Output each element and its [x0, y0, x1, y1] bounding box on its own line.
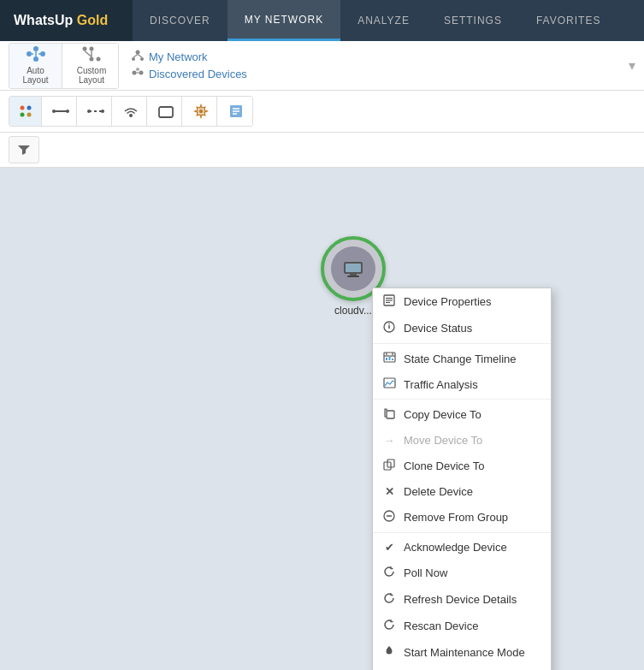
tool-config[interactable] — [185, 97, 217, 126]
ctx-remove-from-group[interactable]: Remove From Group — [373, 504, 551, 531]
copy-device-icon — [381, 407, 397, 422]
svg-point-15 — [140, 57, 144, 61]
tool-note[interactable] — [220, 97, 252, 126]
delete-device-icon: ✕ — [381, 485, 397, 498]
svg-point-14 — [132, 57, 135, 61]
clone-device-to-label: Clone Device To — [404, 460, 484, 472]
nav-my-network[interactable]: MY NETWORK — [227, 0, 340, 41]
nav-discover[interactable]: DISCOVER — [133, 0, 227, 41]
svg-point-19 — [139, 71, 144, 75]
device-status-icon — [381, 321, 397, 335]
tool-line[interactable] — [44, 97, 77, 126]
ctx-sep-1 — [373, 343, 551, 344]
device-status-label: Device Status — [404, 322, 472, 335]
ctx-acknowledge-device[interactable]: ✔ Acknowledge Device — [373, 535, 551, 560]
breadcrumb-my-network[interactable]: My Network — [149, 50, 208, 63]
clone-device-icon — [381, 459, 397, 473]
breadcrumb-bar: AutoLayout CustomLayout My Network Disco… — [0, 41, 644, 91]
ctx-traffic-analysis[interactable]: Traffic Analysis — [373, 371, 551, 397]
tool-wireless[interactable] — [115, 97, 147, 126]
svg-rect-54 — [386, 358, 387, 360]
breadcrumb-chevron: ▾ — [629, 57, 635, 74]
svg-point-0 — [27, 51, 32, 56]
nav-settings[interactable]: SETTINGS — [427, 0, 519, 41]
breadcrumb-discovered-devices[interactable]: Discovered Devices — [149, 68, 247, 80]
device-icon — [341, 258, 365, 279]
svg-point-18 — [133, 71, 137, 75]
svg-point-24 — [20, 113, 24, 117]
svg-line-11 — [85, 51, 92, 57]
tool-dotted-line[interactable] — [80, 97, 112, 126]
start-maintenance-mode-icon — [381, 645, 397, 660]
move-device-icon: → — [381, 434, 397, 447]
svg-point-1 — [33, 46, 38, 51]
remove-from-group-label: Remove From Group — [404, 511, 508, 524]
ctx-device-properties[interactable]: Device Properties — [373, 288, 551, 315]
toolbar-group — [9, 96, 253, 127]
nav-analyze[interactable]: ANALYZE — [340, 0, 427, 41]
svg-point-49 — [388, 323, 390, 325]
toolbar — [0, 91, 644, 133]
copy-device-to-label: Copy Device To — [404, 408, 482, 421]
svg-point-3 — [33, 56, 38, 62]
svg-point-28 — [66, 110, 69, 113]
svg-rect-41 — [350, 274, 357, 276]
ctx-device-status[interactable]: Device Status — [373, 315, 551, 341]
poll-now-label: Poll Now — [404, 566, 447, 579]
ctx-start-maintenance-mode[interactable]: Start Maintenance Mode — [373, 639, 551, 666]
custom-layout-icon — [82, 46, 101, 66]
svg-point-20 — [136, 68, 139, 71]
custom-layout-label: CustomLayout — [77, 66, 106, 85]
nav-favorites[interactable]: FAVORITES — [519, 0, 617, 41]
my-network-icon — [131, 50, 145, 64]
ctx-state-change-timeline[interactable]: State Change Timeline — [373, 346, 551, 371]
remove-from-group-icon — [381, 510, 397, 525]
filter-row — [0, 133, 644, 168]
refresh-device-details-icon — [381, 592, 397, 607]
tool-shape[interactable] — [150, 97, 182, 126]
breadcrumb-row-1: My Network — [131, 50, 617, 64]
main-area: cloudv... Device Properties Device Statu… — [0, 168, 644, 670]
svg-rect-56 — [392, 359, 393, 360]
tool-dots[interactable] — [9, 97, 42, 126]
ctx-copy-device-to[interactable]: Copy Device To — [373, 401, 551, 428]
ctx-rescan-device[interactable]: Rescan Device — [373, 613, 551, 639]
svg-point-22 — [20, 106, 24, 110]
top-nav: WhatsUp Gold DISCOVER MY NETWORK ANALYZE… — [0, 0, 644, 41]
ctx-refresh-device-details[interactable]: Refresh Device Details — [373, 586, 551, 613]
discovered-devices-icon — [131, 67, 145, 81]
filter-button[interactable] — [9, 136, 39, 163]
ctx-move-device-to: → Move Device To — [373, 428, 551, 453]
custom-layout-button[interactable]: CustomLayout — [65, 44, 118, 88]
ctx-delete-device[interactable]: ✕ Delete Device — [373, 479, 551, 504]
auto-layout-button[interactable]: AutoLayout — [9, 44, 62, 88]
svg-point-2 — [40, 51, 45, 56]
svg-point-23 — [27, 106, 31, 110]
acknowledge-device-icon: ✔ — [381, 541, 397, 554]
device-properties-icon — [381, 294, 397, 309]
svg-point-25 — [27, 113, 31, 117]
svg-point-9 — [90, 57, 94, 62]
logo: WhatsUp Gold — [0, 0, 133, 41]
svg-point-7 — [83, 47, 87, 51]
state-change-timeline-label: State Change Timeline — [404, 353, 517, 365]
svg-line-17 — [138, 55, 142, 58]
ctx-sep-2 — [373, 399, 551, 400]
context-menu: Device Properties Device Status State Ch… — [372, 288, 552, 670]
svg-line-16 — [133, 55, 138, 58]
traffic-analysis-label: Traffic Analysis — [404, 378, 478, 391]
svg-point-10 — [97, 57, 101, 62]
svg-point-8 — [90, 47, 94, 51]
svg-rect-57 — [384, 378, 395, 388]
svg-rect-55 — [388, 357, 390, 360]
state-change-timeline-icon — [381, 352, 397, 365]
ctx-maintenance-schedule[interactable]: Maintenance Schedule — [373, 666, 551, 670]
rescan-device-label: Rescan Device — [404, 620, 478, 632]
svg-point-34 — [198, 110, 203, 114]
ctx-poll-now[interactable]: Poll Now — [373, 560, 551, 586]
ctx-clone-device-to[interactable]: Clone Device To — [373, 453, 551, 479]
svg-rect-42 — [347, 276, 359, 277]
logo-text: WhatsUp Gold — [14, 13, 108, 28]
breadcrumb: My Network Discovered Devices — [126, 50, 622, 81]
refresh-device-details-label: Refresh Device Details — [404, 593, 517, 606]
